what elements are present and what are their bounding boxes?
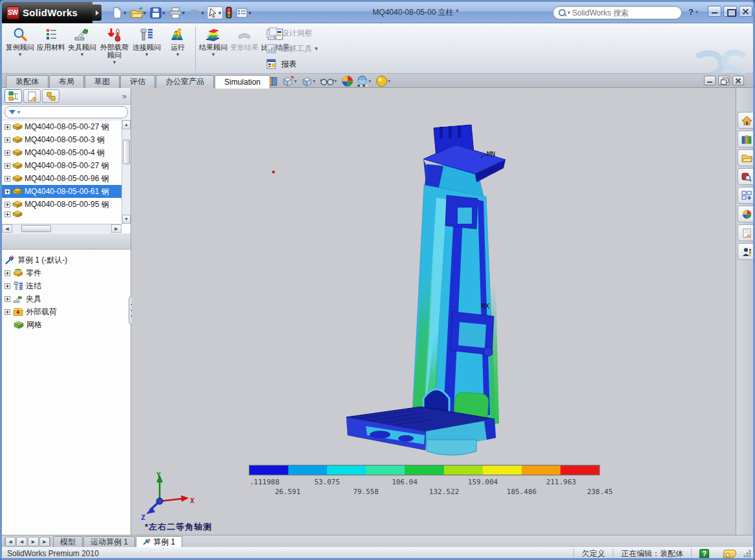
prev-tab-button[interactable]: ◀ <box>16 537 27 546</box>
external-loads-advisor-button[interactable]: 外部载荷顾问 ▾ <box>98 25 131 72</box>
panel-overflow-chevron[interactable]: » <box>122 92 128 101</box>
menu-expand-arrow[interactable] <box>92 5 101 21</box>
tree-row[interactable]: MQ4040-08-05-00-27 钢 <box>2 159 122 172</box>
resize-grip[interactable] <box>743 549 752 558</box>
search-input[interactable] <box>572 8 676 17</box>
study-item-external-loads[interactable]: 外部载荷 <box>5 305 131 318</box>
doc-close-button[interactable] <box>732 76 744 85</box>
study-item-connections[interactable]: 连结 <box>5 279 131 292</box>
select-tool-button[interactable]: ▾ <box>207 6 224 19</box>
doc-restore-button[interactable] <box>718 76 730 85</box>
minimize-button[interactable] <box>708 6 721 17</box>
tree-row[interactable]: MQ4040-08-05-00-27 钢 <box>2 120 122 133</box>
search-box[interactable]: ▾ <box>553 6 682 19</box>
close-button[interactable] <box>739 6 752 17</box>
solidworks-resources-tab[interactable] <box>738 112 755 129</box>
view-palette-tab[interactable] <box>738 187 755 204</box>
tree-row-selected[interactable]: MQ4040-08-05-00-61 钢 <box>2 185 122 198</box>
last-tab-button[interactable]: ▶ <box>39 537 50 546</box>
motion-study-tab[interactable]: 运动算例 1 <box>83 536 135 547</box>
tree-row[interactable]: MQ4040-08-05-00-3 钢 <box>2 133 122 146</box>
feature-manager-tab[interactable] <box>5 89 22 103</box>
fixtures-advisor-button[interactable]: 夹具顾问 ▾ <box>67 25 98 72</box>
tab-office-products[interactable]: 办公室产品 <box>156 75 214 88</box>
filter-dropdown-icon[interactable]: ▾ <box>17 109 20 115</box>
run-button[interactable]: 运行 ▾ <box>162 25 193 72</box>
undo-button[interactable]: ▾ <box>187 6 206 20</box>
custom-properties-tab[interactable] <box>738 224 755 241</box>
help-button[interactable]: ? ▾ <box>688 7 700 17</box>
tab-sketch[interactable]: 草图 <box>85 75 120 88</box>
apply-scene-button[interactable]: ▾ <box>356 75 373 87</box>
tree-filter-input[interactable]: ▾ <box>5 106 128 118</box>
display-style-button[interactable]: ▾ <box>301 75 317 87</box>
panel-splitter[interactable] <box>2 233 131 250</box>
hide-show-items-button[interactable]: ▾ <box>320 75 339 87</box>
tree-row[interactable]: MQ4040-08-05-00-96 钢 <box>2 172 122 185</box>
print-button[interactable]: ▾ <box>168 6 187 20</box>
document-manager-tab[interactable] <box>738 243 755 260</box>
tree-row-partial[interactable] <box>2 211 122 217</box>
scroll-thumb[interactable] <box>123 140 130 164</box>
expand-icon[interactable] <box>5 309 10 315</box>
first-tab-button[interactable]: ◀ <box>5 537 16 546</box>
report-button[interactable]: 报表 <box>266 57 328 71</box>
results-advisor-button[interactable]: 结果顾问 ▾ <box>198 25 229 72</box>
expand-icon[interactable] <box>5 202 10 208</box>
tab-evaluate[interactable]: 评估 <box>120 75 155 88</box>
tags-icon[interactable] <box>723 550 737 558</box>
expand-icon[interactable] <box>5 189 10 195</box>
study-item-fixtures[interactable]: 夹具 <box>5 292 131 305</box>
expand-icon[interactable] <box>5 137 10 143</box>
scroll-down-arrow[interactable]: ▼ <box>122 215 131 224</box>
tab-simulation[interactable]: Simulation <box>215 75 270 89</box>
edit-appearance-button[interactable] <box>341 75 354 87</box>
scroll-right-arrow[interactable]: ▶ <box>111 224 122 233</box>
search-dropdown-icon[interactable]: ▾ <box>568 10 570 16</box>
file-explorer-tab[interactable] <box>738 149 755 166</box>
property-manager-tab[interactable] <box>23 89 41 103</box>
view-orientation-button[interactable]: ▾ <box>281 75 299 87</box>
expand-icon[interactable] <box>5 211 10 217</box>
connections-advisor-button[interactable]: 连接顾问 ▾ <box>131 25 162 72</box>
study-tab[interactable]: 算例 1 <box>136 536 182 547</box>
configuration-manager-tab[interactable] <box>42 89 59 103</box>
quick-tips-cell: ? <box>691 548 717 559</box>
expand-icon[interactable] <box>5 270 10 276</box>
next-tab-button[interactable]: ▶ <box>28 537 39 546</box>
expand-icon[interactable] <box>5 283 10 289</box>
view-settings-button[interactable]: ▾ <box>376 75 392 87</box>
expand-icon[interactable] <box>5 150 10 156</box>
doc-minimize-button[interactable] <box>704 76 716 85</box>
save-button[interactable]: ▾ <box>149 6 167 20</box>
open-document-button[interactable]: ▾ <box>129 6 148 20</box>
solidworks-menu[interactable]: SW SolidWorks <box>2 2 92 23</box>
expand-icon[interactable] <box>5 296 10 302</box>
study-root[interactable]: 算例 1 (-默认-) <box>5 253 131 266</box>
maximize-button[interactable] <box>723 6 737 17</box>
expand-icon[interactable] <box>5 176 10 182</box>
interference-check-button[interactable] <box>224 5 233 20</box>
tab-layout[interactable]: 布局 <box>49 75 84 88</box>
apply-material-button[interactable]: 应用材料 <box>36 25 67 72</box>
tree-vertical-scrollbar[interactable]: ▲ ▼ <box>122 120 131 224</box>
model-tab[interactable]: 模型 <box>53 536 83 547</box>
expand-icon[interactable] <box>5 163 10 169</box>
new-document-button[interactable]: ▾ <box>111 6 128 20</box>
scroll-up-arrow[interactable]: ▲ <box>122 120 131 129</box>
tab-assembly[interactable]: 装配体 <box>6 75 48 88</box>
options-button[interactable]: ▾ <box>235 6 253 19</box>
scroll-left-arrow[interactable]: ◀ <box>2 224 12 233</box>
expand-icon[interactable] <box>5 124 10 130</box>
study-advisor-button[interactable]: 算例顾问 ▾ <box>5 25 36 72</box>
tree-row[interactable]: MQ4040-08-05-00-95 钢 <box>2 198 122 211</box>
study-item-mesh[interactable]: 网格 <box>5 318 131 331</box>
scroll-thumb[interactable] <box>21 225 51 232</box>
design-library-tab[interactable] <box>738 131 755 147</box>
tree-row[interactable]: MQ4040-08-05-00-4 钢 <box>2 146 122 159</box>
tree-horizontal-scrollbar[interactable]: ◀ ▶ <box>2 224 122 233</box>
solidworks-search-tab[interactable] <box>738 168 755 185</box>
study-item-parts[interactable]: 零件 <box>5 266 131 279</box>
appearances-scenes-tab[interactable] <box>738 206 755 222</box>
quick-tips-button[interactable]: ? <box>699 549 709 559</box>
